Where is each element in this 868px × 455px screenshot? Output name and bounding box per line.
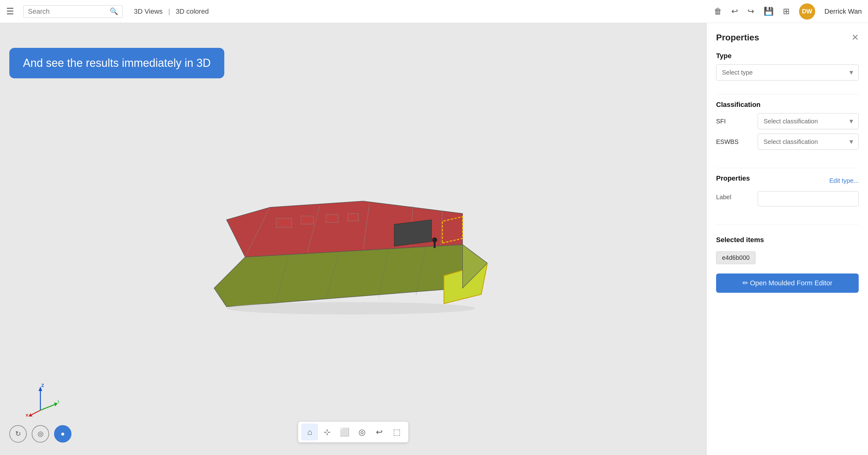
redo-icon[interactable]: ↪ xyxy=(747,6,754,16)
svg-rect-18 xyxy=(348,214,359,221)
back-button[interactable]: ↩ xyxy=(371,424,388,441)
selected-items-label: Selected items xyxy=(716,236,859,244)
panel-header: Properties ✕ xyxy=(716,32,859,42)
sfi-select-wrapper: Select classification ▼ xyxy=(758,113,859,129)
search-box: 🔍 xyxy=(23,5,123,18)
svg-text:Z: Z xyxy=(41,383,44,388)
eswbs-select[interactable]: Select classification xyxy=(758,134,859,150)
svg-point-10 xyxy=(226,302,475,314)
topbar: ☰ 🔍 3D Views | 3D colored 🗑 ↩ ↪ 💾 ⊞ DW D… xyxy=(0,0,868,23)
axis-indicator: Z Y X xyxy=(25,382,59,418)
search-icon: 🔍 xyxy=(110,7,118,16)
label-field-label: Label xyxy=(716,193,753,201)
eswbs-row: ESWBS Select classification ▼ xyxy=(716,134,859,150)
tooltip-bubble: And see the results immediately in 3D xyxy=(9,48,224,78)
svg-rect-17 xyxy=(326,214,338,222)
svg-line-25 xyxy=(40,404,56,410)
sfi-label: SFI xyxy=(716,118,753,125)
properties-panel: Properties ✕ Type Select type ▼ Classifi… xyxy=(707,23,868,455)
divider-2 xyxy=(716,168,859,168)
frame-button[interactable]: ⬜ xyxy=(336,424,353,441)
properties-field-group: Properties Edit type... Label xyxy=(716,174,859,211)
save-icon[interactable]: 💾 xyxy=(764,6,774,16)
eswbs-label: ESWBS xyxy=(716,138,753,146)
user-name: Derrick Wan xyxy=(825,7,862,16)
target-button[interactable]: ◎ xyxy=(353,424,370,441)
svg-marker-7 xyxy=(394,220,432,246)
selected-items-section: Selected items e4d6b000 xyxy=(716,236,859,264)
camera-button[interactable]: ⬚ xyxy=(388,424,405,441)
type-select-wrapper: Select type ▼ xyxy=(716,64,859,81)
svg-rect-16 xyxy=(301,216,313,224)
breadcrumb-part1: 3D Views xyxy=(134,7,163,15)
zoom-control[interactable]: ◎ xyxy=(32,425,49,443)
cursor-button[interactable]: ⊹ xyxy=(319,424,336,441)
properties-header-row: Properties Edit type... xyxy=(716,174,859,187)
eswbs-select-wrapper: Select classification ▼ xyxy=(758,134,859,150)
close-panel-button[interactable]: ✕ xyxy=(851,32,859,42)
grid-icon[interactable]: ⊞ xyxy=(783,6,790,16)
panel-title: Properties xyxy=(716,33,759,42)
bottom-toolbar: ⌂ ⊹ ⬜ ◎ ↩ ⬚ xyxy=(298,421,408,443)
divider-1 xyxy=(716,94,859,94)
bottom-left-controls: ↻ ◎ ● xyxy=(9,425,71,443)
undo-icon[interactable]: ↩ xyxy=(731,6,738,16)
label-row: Label xyxy=(716,191,859,206)
ship-3d-model xyxy=(208,158,488,321)
main-content: And see the results immediately in 3D xyxy=(0,23,868,455)
open-moulded-form-editor-button[interactable]: ✏ Open Moulded Form Editor xyxy=(716,273,859,293)
divider-3 xyxy=(716,224,859,225)
breadcrumb: 3D Views | 3D colored xyxy=(134,7,209,16)
viewport[interactable]: And see the results immediately in 3D xyxy=(0,23,707,455)
topbar-right: 🗑 ↩ ↪ 💾 ⊞ DW Derrick Wan xyxy=(714,3,862,20)
trash-icon[interactable]: 🗑 xyxy=(714,6,722,16)
avatar: DW xyxy=(799,3,815,20)
sfi-select[interactable]: Select classification xyxy=(758,113,859,129)
tooltip-text: And see the results immediately in 3D xyxy=(23,57,211,69)
type-field-group: Type Select type ▼ xyxy=(716,52,859,81)
edit-type-link[interactable]: Edit type... xyxy=(830,177,859,184)
svg-rect-20 xyxy=(434,242,436,248)
breadcrumb-part2: 3D colored xyxy=(176,7,209,15)
type-select[interactable]: Select type xyxy=(716,64,859,81)
search-input[interactable] xyxy=(28,7,106,16)
properties-section-label: Properties xyxy=(716,174,750,182)
sfi-row: SFI Select classification ▼ xyxy=(716,113,859,129)
svg-rect-15 xyxy=(276,218,292,228)
svg-text:X: X xyxy=(26,413,29,417)
menu-icon[interactable]: ☰ xyxy=(6,6,14,17)
pan-control[interactable]: ● xyxy=(54,425,71,443)
label-input[interactable] xyxy=(758,191,859,206)
classification-section-label: Classification xyxy=(716,101,859,109)
breadcrumb-separator: | xyxy=(168,7,170,15)
type-section-label: Type xyxy=(716,52,859,60)
selected-item-badge: e4d6b000 xyxy=(716,251,755,264)
classification-field-group: Classification SFI Select classification… xyxy=(716,101,859,154)
home-view-button[interactable]: ⌂ xyxy=(301,424,318,441)
svg-point-19 xyxy=(432,238,437,242)
svg-text:Y: Y xyxy=(58,399,59,404)
rotate-control[interactable]: ↻ xyxy=(9,425,27,443)
